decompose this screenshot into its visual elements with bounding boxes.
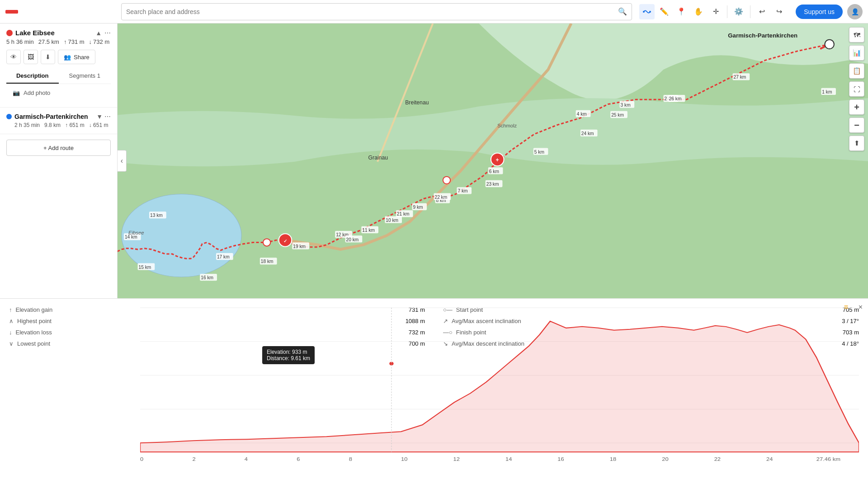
eye-button[interactable]: 👁	[6, 50, 21, 64]
waypoint-tool[interactable]: 📍	[674, 4, 689, 19]
svg-text:6: 6	[297, 456, 300, 462]
svg-rect-26	[435, 197, 450, 203]
lowest-icon: ∨	[9, 340, 14, 347]
svg-point-4	[122, 194, 241, 277]
add-photo-btn[interactable]: 📷 Add photo	[6, 84, 111, 102]
svg-text:4: 4	[245, 456, 248, 462]
map-svg: + ✓ 1 km 2 km 3 km 4 km 5 km 6 km	[118, 23, 868, 298]
sidebar: Lake Eibsee ▲ ⋯ 5 h 36 min 27.5 km ↑ 731…	[0, 23, 118, 298]
avatar[interactable]: 👤	[847, 4, 863, 19]
crosshair-tool[interactable]: ✛	[708, 4, 723, 19]
svg-rect-62	[668, 95, 685, 102]
map-area[interactable]: ‹ + ✓	[118, 23, 868, 298]
map-fullscreen-button[interactable]: ⛶	[849, 81, 864, 97]
svg-text:2 km: 2 km	[664, 96, 674, 101]
tab-segments[interactable]: Segments 1	[59, 69, 111, 84]
settings-tool[interactable]: ⚙️	[731, 4, 746, 19]
loss-label: Elevation loss	[16, 329, 52, 336]
svg-text:0: 0	[140, 456, 144, 462]
svg-text:12: 12	[453, 456, 460, 462]
gain-label: Elevation gain	[16, 306, 53, 313]
svg-text:8: 8	[349, 456, 353, 462]
map-layers-button[interactable]: 🗺	[849, 27, 864, 42]
svg-rect-56	[486, 180, 503, 187]
svg-rect-12	[821, 88, 836, 95]
redo-button[interactable]: ↪	[771, 4, 787, 19]
waypoint-header: Garmisch-Partenkirchen ▼ ⋯	[6, 113, 111, 120]
waypoint-title: Garmisch-Partenkirchen	[14, 113, 88, 120]
svg-text:27 km: 27 km	[734, 75, 746, 80]
svg-rect-28	[412, 203, 427, 210]
route-draw-tool[interactable]	[639, 4, 655, 19]
sidebar-collapse-button[interactable]: ‹	[118, 150, 127, 172]
map-controls-right: 🗺 📊 📋 ⛶ + − ⬆	[849, 27, 864, 151]
route-elev-down: ↓ 732 m	[89, 38, 110, 45]
route-up-icon[interactable]: ▲	[95, 29, 102, 37]
route-card: Lake Eibsee ▲ ⋯ 5 h 36 min 27.5 km ↑ 731…	[0, 23, 117, 108]
image-button[interactable]: 🖼	[24, 50, 38, 64]
svg-text:14 km: 14 km	[125, 235, 137, 239]
waypoint-more-icon[interactable]: ⋯	[104, 113, 111, 120]
search-input[interactable]	[126, 8, 618, 15]
gain-icon: ↑	[9, 306, 12, 313]
svg-text:13 km: 13 km	[150, 213, 163, 218]
undo-button[interactable]: ↩	[754, 4, 769, 19]
topbar: 🔍 ✏️ 📍 ✋ ✛ ⚙️ ↩ ↪ Support us 👤	[0, 0, 868, 23]
svg-text:7 km: 7 km	[458, 188, 467, 193]
loss-icon: ↓	[9, 329, 12, 336]
pen-tool[interactable]: ✏️	[656, 4, 672, 19]
down-arrow-icon: ↓	[89, 38, 92, 45]
svg-point-1	[649, 11, 651, 13]
highest-icon: ∧	[9, 318, 14, 324]
svg-text:Breitenau: Breitenau	[405, 99, 429, 106]
photo-icon: 📷	[13, 89, 20, 96]
zoom-in-button[interactable]: +	[849, 99, 864, 115]
svg-text:18 km: 18 km	[261, 259, 274, 264]
zoom-out-button[interactable]: −	[849, 117, 864, 133]
topbar-right: Support us 👤	[790, 4, 868, 19]
svg-rect-40	[137, 263, 155, 270]
svg-text:22 km: 22 km	[434, 195, 447, 200]
download-button[interactable]: ⬇	[41, 50, 55, 64]
svg-text:26 km: 26 km	[669, 96, 682, 101]
svg-text:Grainau: Grainau	[368, 155, 388, 161]
map-highlight-button[interactable]: 📋	[849, 63, 864, 79]
svg-point-0	[643, 11, 645, 13]
svg-text:27.46 km: 27.46 km	[816, 456, 840, 462]
route-tabs: Description Segments 1	[6, 69, 111, 84]
tab-description[interactable]: Description	[6, 69, 59, 84]
svg-rect-18	[576, 110, 591, 117]
toolbar-separator-1	[727, 5, 727, 18]
pan-tool[interactable]: ✋	[691, 4, 706, 19]
route-header-icons: ▲ ⋯	[95, 29, 111, 37]
compass-button[interactable]: ⬆	[849, 136, 864, 151]
waypoint-time: 2 h 35 min	[14, 122, 40, 128]
svg-text:20 km: 20 km	[346, 237, 359, 242]
svg-text:✓: ✓	[283, 239, 287, 244]
svg-rect-42	[200, 274, 217, 281]
waypoint-distance: 9.8 km	[44, 122, 61, 128]
app-logo	[0, 10, 118, 14]
svg-text:14: 14	[505, 456, 512, 462]
add-route-button[interactable]: + Add route	[6, 140, 111, 156]
chart-area: 1088 970 880 790 700 m 0 2 4 6 8 10 12 1…	[118, 299, 868, 488]
share-button[interactable]: 👥 Description Share	[58, 50, 95, 64]
svg-text:12 km: 12 km	[336, 232, 349, 237]
route-card-header: Lake Eibsee ▲ ⋯	[6, 29, 111, 37]
support-button[interactable]: Support us	[796, 5, 843, 19]
route-more-icon[interactable]: ⋯	[104, 29, 111, 37]
up-arrow-icon: ↑	[64, 38, 67, 45]
svg-rect-16	[620, 101, 635, 108]
search-bar[interactable]: 🔍	[121, 3, 632, 20]
map-stats-button[interactable]: 📊	[849, 45, 864, 61]
waypoint-card: Garmisch-Partenkirchen ▼ ⋯ 2 h 35 min 9.…	[0, 108, 117, 134]
svg-text:21 km: 21 km	[397, 211, 410, 216]
svg-text:22: 22	[714, 456, 721, 462]
svg-rect-32	[361, 226, 378, 233]
svg-text:10 km: 10 km	[386, 218, 398, 223]
lowest-label: Lowest point	[17, 340, 50, 347]
svg-text:15 km: 15 km	[139, 265, 151, 270]
waypoint-elev-down: ↓ 651 m	[89, 122, 108, 128]
svg-text:20: 20	[662, 456, 669, 462]
waypoint-expand-icon[interactable]: ▼	[96, 113, 103, 120]
